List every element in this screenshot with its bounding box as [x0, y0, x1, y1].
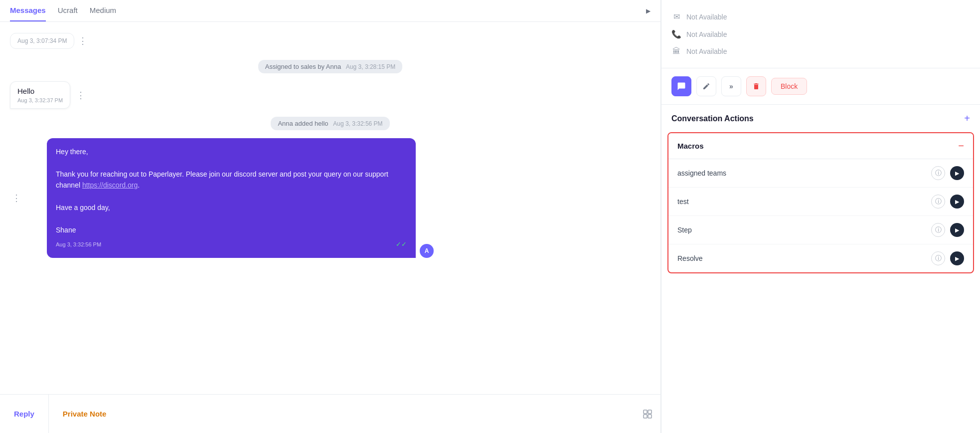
contact-company-row: 🏛 Not Available — [671, 43, 970, 60]
message-bubble-hello: Hello Aug 3, 3:32:37 PM — [10, 81, 70, 109]
truncated-message-row: Aug 3, 3:07:34 PM ⋮ — [10, 30, 651, 52]
expand-icon[interactable]: ▶ — [646, 7, 651, 20]
message-menu-hello[interactable]: ⋮ — [74, 90, 87, 101]
delete-action-button[interactable] — [746, 76, 766, 96]
system-message-anna-added: Anna added hello Aug 3, 3:32:56 PM — [10, 117, 651, 130]
svg-rect-0 — [644, 410, 647, 414]
agent-message-time: Aug 3, 3:32:56 PM — [56, 240, 101, 249]
messages-list: Aug 3, 3:07:34 PM ⋮ Assigned to sales by… — [0, 22, 660, 394]
agent-bubble: Hey there, Thank you for reaching out to… — [47, 138, 416, 258]
block-button[interactable]: Block — [771, 78, 807, 95]
discord-link[interactable]: https://discord.org — [82, 181, 138, 189]
contact-company-value: Not Available — [686, 47, 727, 55]
contact-info-section: ✉ Not Available 📞 Not Available 🏛 Not Av… — [661, 0, 980, 68]
macro-run-button-test[interactable]: ▶ — [950, 195, 964, 209]
system-bubble-anna-added: Anna added hello Aug 3, 3:32:56 PM — [271, 117, 389, 130]
reply-tab[interactable]: Reply — [0, 395, 49, 433]
forward-action-button[interactable]: » — [721, 76, 741, 96]
reply-expand-icon[interactable] — [635, 395, 660, 433]
top-nav: Messages Ucraft Medium ▶ — [0, 0, 660, 22]
truncated-bubble: Aug 3, 3:07:34 PM — [10, 33, 74, 49]
macro-info-button-assigned-teams[interactable]: ⓘ — [931, 166, 945, 180]
agent-message-menu[interactable]: ⋮ — [10, 193, 23, 204]
agent-message-meta: Aug 3, 3:32:56 PM ✓✓ — [56, 239, 407, 250]
agent-message-row: ⋮ Hey there, Thank you for reaching out … — [10, 138, 651, 258]
conversation-actions-header: Conversation Actions + — [661, 105, 980, 132]
tab-messages[interactable]: Messages — [10, 6, 46, 21]
private-note-tab[interactable]: Private Note — [49, 395, 121, 433]
system-message-assigned: Assigned to sales by Anna Aug 3, 3:28:15… — [10, 60, 651, 73]
macro-run-button-assigned-teams[interactable]: ▶ — [950, 166, 964, 180]
conversation-actions-add[interactable]: + — [964, 113, 970, 124]
macros-section: Macros − assigned teams ⓘ ▶ test ⓘ ▶ Ste… — [667, 132, 974, 273]
svg-rect-2 — [644, 415, 647, 418]
macros-collapse-button[interactable]: − — [958, 140, 964, 152]
right-sidebar: ✉ Not Available 📞 Not Available 🏛 Not Av… — [661, 0, 980, 433]
tab-ucraft[interactable]: Ucraft — [58, 6, 78, 21]
message-text-hello: Hello — [17, 87, 63, 95]
double-check-icon: ✓✓ — [396, 239, 407, 250]
message-time-hello: Aug 3, 3:32:37 PM — [17, 97, 63, 103]
macro-actions-resolve: ⓘ ▶ — [931, 251, 964, 265]
conversation-actions-title: Conversation Actions — [671, 114, 754, 123]
contact-phone-row: 📞 Not Available — [671, 25, 970, 43]
macro-item-test: test ⓘ ▶ — [668, 188, 973, 216]
edit-action-button[interactable] — [696, 76, 716, 96]
macro-item-assigned-teams: assigned teams ⓘ ▶ — [668, 159, 973, 188]
macro-run-button-resolve[interactable]: ▶ — [950, 251, 964, 265]
chat-action-button[interactable] — [671, 76, 691, 96]
chat-area: Messages Ucraft Medium ▶ Aug 3, 3:07:34 … — [0, 0, 661, 433]
macro-info-button-test[interactable]: ⓘ — [931, 195, 945, 209]
tab-medium[interactable]: Medium — [90, 6, 116, 21]
company-icon: 🏛 — [671, 47, 681, 56]
macro-actions-test: ⓘ ▶ — [931, 195, 964, 209]
agent-message-text: Hey there, Thank you for reaching out to… — [56, 146, 407, 235]
contact-phone-value: Not Available — [686, 30, 727, 38]
macro-name-assigned-teams: assigned teams — [677, 169, 726, 177]
reply-bar: Reply Private Note — [0, 394, 660, 433]
macros-header: Macros − — [668, 133, 973, 159]
macro-name-resolve: Resolve — [677, 254, 703, 262]
avatar: A — [420, 244, 434, 258]
macro-item-step: Step ⓘ ▶ — [668, 216, 973, 244]
macro-info-button-step[interactable]: ⓘ — [931, 223, 945, 237]
macro-name-test: test — [677, 198, 689, 206]
message-menu-dots[interactable]: ⋮ — [76, 35, 89, 46]
macro-actions-assigned-teams: ⓘ ▶ — [931, 166, 964, 180]
macro-name-step: Step — [677, 226, 692, 234]
phone-icon: 📞 — [671, 29, 681, 39]
macro-actions-step: ⓘ ▶ — [931, 223, 964, 237]
contact-email-row: ✉ Not Available — [671, 8, 970, 25]
message-row-hello: Hello Aug 3, 3:32:37 PM ⋮ — [10, 81, 651, 109]
macro-info-button-resolve[interactable]: ⓘ — [931, 251, 945, 265]
contact-email-value: Not Available — [686, 13, 727, 21]
macros-title: Macros — [677, 142, 704, 150]
email-icon: ✉ — [671, 12, 681, 21]
action-buttons-row: » Block — [661, 68, 980, 105]
svg-rect-3 — [648, 415, 652, 418]
svg-rect-1 — [648, 410, 652, 414]
macro-run-button-step[interactable]: ▶ — [950, 223, 964, 237]
system-bubble-assigned: Assigned to sales by Anna Aug 3, 3:28:15… — [258, 60, 403, 73]
macro-item-resolve: Resolve ⓘ ▶ — [668, 244, 973, 272]
